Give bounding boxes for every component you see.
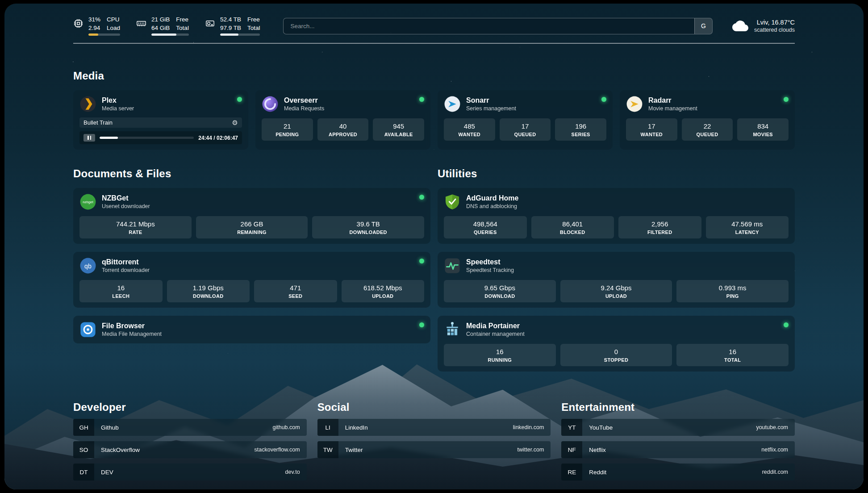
app-name: File Browser [102, 322, 414, 330]
stat-ping: 0.993 ms PING [676, 280, 789, 302]
overseerr-app-link[interactable]: Overseerr Media Requests [262, 96, 424, 113]
bookmark-twitter[interactable]: TW Twitter twitter.com [317, 441, 551, 458]
adguard-app-link[interactable]: AdGuard Home DNS and adblocking [444, 193, 789, 210]
gear-icon[interactable]: ⚙ [232, 119, 238, 126]
nzbget-icon: nzbget [79, 193, 96, 210]
card-adguard: AdGuard Home DNS and adblocking 498,564 … [438, 188, 795, 244]
bookmark-url: reddit.com [762, 469, 795, 475]
overseerr-icon [262, 96, 279, 113]
dashboard-wallpaper: 31% 2.94 CPU Load [4, 4, 864, 489]
status-dot-online [601, 97, 606, 102]
bookmark-url: netflix.com [761, 447, 795, 453]
developer-section-title: Developer [73, 401, 307, 414]
bookmark-url: github.com [273, 424, 307, 430]
filebrowser-icon [79, 321, 96, 338]
bookmark-youtube[interactable]: YT YouTube youtube.com [561, 419, 795, 436]
plex-app-link[interactable]: Plex Media server [79, 96, 242, 113]
card-sonarr: Sonarr Series management 485 WANTED 17 Q… [438, 90, 613, 150]
status-dot-online [419, 97, 424, 102]
app-name: Overseerr [284, 96, 414, 104]
bookmark-name: Twitter [338, 447, 517, 453]
bookmark-github[interactable]: GH Github github.com [73, 419, 307, 436]
ram-progress-track [151, 33, 189, 36]
qbittorrent-app-link[interactable]: qb qBittorrent Torrent downloader [79, 257, 424, 274]
app-name: AdGuard Home [466, 194, 789, 202]
bookmark-linkedin[interactable]: LI LinkedIn linkedin.com [317, 419, 551, 436]
card-radarr: Radarr Movie management 17 WANTED 22 QUE… [620, 90, 795, 150]
bookmark-abbr: LI [317, 419, 338, 436]
app-subtitle: Container management [466, 331, 778, 337]
svg-text:qb: qb [84, 263, 92, 270]
bookmark-name: Netflix [582, 447, 761, 453]
status-dot-online [419, 195, 424, 200]
bookmark-reddit[interactable]: RE Reddit reddit.com [561, 464, 795, 480]
pause-button[interactable] [83, 134, 95, 142]
portainer-app-link[interactable]: Media Portainer Container management [444, 321, 789, 338]
stat-upload: 618.52 Mbps UPLOAD [342, 280, 425, 302]
search-engine-button[interactable]: G [694, 18, 712, 34]
bookmark-name: LinkedIn [338, 424, 513, 431]
stat-remaining: 266 GB REMAINING [196, 216, 308, 238]
card-nzbget: nzbget NZBGet Usenet downloader 744.21 M… [73, 188, 430, 244]
adguard-icon [444, 193, 461, 210]
stat-leech: 16 LEECH [79, 280, 163, 302]
ram-free-value: 21 GiB [151, 16, 170, 23]
bookmark-url: linkedin.com [513, 424, 551, 430]
app-name: NZBGet [102, 194, 414, 202]
card-portainer: Media Portainer Container management 16 … [438, 316, 795, 372]
card-plex: Plex Media server Bullet Train ⚙ [73, 90, 248, 150]
portainer-icon [444, 321, 461, 338]
stat-blocked: 86,401 BLOCKED [531, 216, 614, 238]
speedtest-app-link[interactable]: Speedtest Speedtest Tracking [444, 257, 789, 274]
bookmark-stackoverflow[interactable]: SO StackOverflow stackoverflow.com [73, 441, 307, 458]
cpu-widget: 31% 2.94 CPU Load [73, 16, 120, 36]
stat-total: 16 TOTAL [676, 344, 789, 366]
nzbget-app-link[interactable]: nzbget NZBGet Usenet downloader [79, 193, 424, 210]
plex-now-playing-row: Bullet Train ⚙ [79, 117, 242, 128]
stat-seed: 471 SEED [254, 280, 337, 302]
plex-progress-track[interactable] [100, 137, 194, 139]
bookmarks-developer: Developer GH Github github.com SO StackO… [73, 401, 307, 480]
stat-series: 196 SERIES [555, 118, 606, 141]
card-speedtest: Speedtest Speedtest Tracking 9.65 Gbps D… [438, 252, 795, 308]
ram-total-label: Total [176, 25, 189, 32]
bookmark-url: dev.to [285, 469, 307, 475]
disk-widget: 52.4 TB 97.9 TB Free Total [205, 16, 260, 36]
cpu-progress-track [88, 33, 120, 36]
stat-download: 9.65 Gbps DOWNLOAD [444, 280, 556, 302]
section-documents: Documents & Files nzbget NZBGet Usenet d… [73, 167, 430, 343]
status-dot-online [419, 322, 424, 327]
ram-free-label: Free [176, 16, 189, 23]
disk-icon [205, 18, 215, 29]
cpu-progress-fill [88, 33, 98, 36]
app-subtitle: Media Requests [284, 105, 414, 112]
disk-free-value: 52.4 TB [220, 16, 241, 23]
stat-movies: 834 MOVIES [737, 118, 789, 141]
topbar: 31% 2.94 CPU Load [73, 16, 795, 36]
disk-total-value: 97.9 TB [220, 25, 241, 32]
weather-widget: Lviv, 16.87°C scattered clouds [732, 19, 795, 33]
app-name: Plex [102, 96, 232, 104]
speedtest-icon [444, 257, 461, 274]
bookmark-abbr: RE [561, 464, 582, 480]
app-name: qBittorrent [102, 258, 414, 266]
cpu-load-label: Load [107, 25, 120, 32]
sonarr-app-link[interactable]: Sonarr Series management [444, 96, 606, 113]
stat-wanted: 17 WANTED [626, 118, 677, 141]
bookmark-netflix[interactable]: NF Netflix netflix.com [561, 441, 795, 458]
plex-player-bar: 24:44 / 02:06:47 [79, 131, 242, 144]
app-subtitle: Torrent downloader [102, 267, 414, 273]
ram-progress-fill [151, 33, 176, 36]
bookmark-name: YouTube [582, 424, 756, 431]
app-name: Media Portainer [466, 322, 778, 330]
stat-download: 1.19 Gbps DOWNLOAD [167, 280, 250, 302]
radarr-app-link[interactable]: Radarr Movie management [626, 96, 789, 113]
system-widgets: 31% 2.94 CPU Load [73, 16, 260, 36]
bookmark-url: twitter.com [517, 447, 551, 453]
app-subtitle: DNS and adblocking [466, 203, 789, 209]
search-input[interactable] [284, 18, 694, 34]
stat-queries: 498,564 QUERIES [444, 216, 527, 238]
filebrowser-app-link[interactable]: File Browser Media File Management [79, 321, 424, 338]
bookmark-dev[interactable]: DT DEV dev.to [73, 464, 307, 480]
stat-queued: 17 QUEUED [500, 118, 551, 141]
